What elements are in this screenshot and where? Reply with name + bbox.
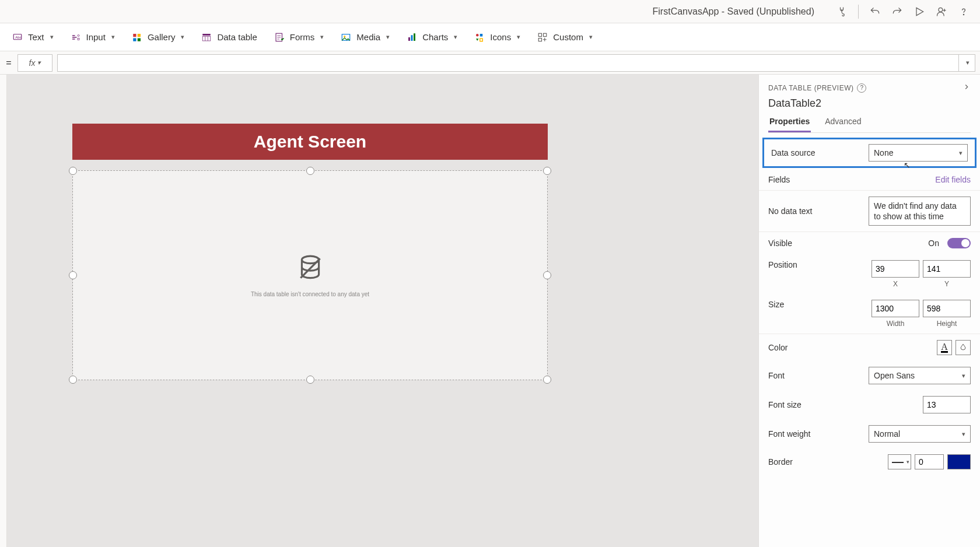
svg-point-0 [939, 8, 943, 12]
data-source-dropdown[interactable]: None▾ [869, 144, 968, 162]
svg-point-4 [78, 34, 79, 36]
data-source-row: Data source None▾ ↖ [762, 138, 977, 168]
y-sublabel: Y [944, 280, 949, 288]
resize-handle[interactable] [543, 167, 551, 175]
x-sublabel: X [893, 280, 898, 288]
control-type-label: DATA TABLE (PREVIEW) [768, 84, 853, 92]
health-check-icon[interactable] [832, 2, 851, 21]
no-data-text-row: No data text We didn't find any data to … [759, 191, 980, 232]
icons-icon [474, 31, 485, 43]
fill-color-picker[interactable] [956, 340, 971, 355]
gallery-icon [131, 31, 143, 43]
ribbon-forms[interactable]: Forms▾ [274, 31, 324, 43]
resize-handle[interactable] [306, 167, 314, 175]
redo-icon[interactable] [888, 2, 907, 21]
svg-point-20 [476, 34, 479, 37]
panel-expand-icon[interactable] [963, 83, 971, 93]
data-table-control[interactable]: This data table isn't connected to any d… [72, 170, 548, 380]
resize-handle[interactable] [543, 271, 551, 279]
ribbon-input[interactable]: Input▾ [70, 31, 115, 43]
edit-fields-link[interactable]: Edit fields [935, 175, 971, 184]
ribbon-data-table[interactable]: Data table [201, 31, 257, 43]
svg-rect-5 [78, 38, 79, 40]
formula-input[interactable] [57, 54, 959, 72]
ribbon-custom[interactable]: Custom▾ [537, 31, 593, 43]
font-value: Open Sans [874, 371, 915, 380]
tab-advanced[interactable]: Advanced [824, 117, 862, 132]
resize-handle[interactable] [543, 376, 551, 384]
font-size-row: Font size [759, 390, 980, 419]
font-dropdown[interactable]: Open Sans▾ [869, 367, 971, 384]
ribbon-media-label: Media [356, 32, 380, 42]
size-height-input[interactable] [923, 300, 971, 317]
ribbon-charts[interactable]: Charts▾ [406, 31, 457, 43]
svg-rect-21 [480, 34, 483, 37]
svg-point-1 [963, 14, 964, 15]
border-row: Border ▾ [759, 448, 980, 475]
visible-label: Visible [768, 239, 792, 248]
ribbon-text-label: Text [28, 32, 44, 42]
svg-rect-8 [133, 38, 136, 41]
screen-header-label: Agent Screen [72, 124, 548, 160]
border-style-dropdown[interactable]: ▾ [888, 454, 911, 469]
position-y-input[interactable] [923, 260, 971, 278]
font-row: Font Open Sans▾ [759, 361, 980, 390]
play-icon[interactable] [910, 2, 929, 21]
size-width-input[interactable] [872, 300, 919, 317]
cursor-pointer-icon: ↖ [904, 160, 911, 170]
insert-ribbon: Abc Text▾ Input▾ Gallery▾ Data table For… [0, 23, 980, 51]
resize-handle[interactable] [69, 167, 77, 175]
ribbon-custom-label: Custom [553, 32, 583, 42]
app-title: FirstCanvasApp - Saved (Unpublished) [653, 6, 814, 17]
empty-data-message: This data table isn't connected to any d… [251, 291, 369, 297]
svg-text:Abc: Abc [15, 35, 21, 38]
share-user-icon[interactable] [932, 2, 951, 21]
undo-icon[interactable] [866, 2, 884, 21]
svg-rect-7 [138, 34, 141, 37]
ribbon-gallery[interactable]: Gallery▾ [131, 31, 185, 43]
resize-handle[interactable] [69, 271, 77, 279]
font-size-label: Font size [768, 400, 802, 409]
border-width-input[interactable] [915, 454, 944, 469]
position-x-input[interactable] [872, 260, 919, 278]
canvas-area[interactable]: Agent Screen This data table isn't conne… [7, 75, 758, 547]
font-weight-row: Font weight Normal▾ [759, 419, 980, 448]
ribbon-media[interactable]: Media▾ [340, 31, 390, 43]
svg-rect-9 [138, 38, 141, 41]
fx-selector[interactable]: fx▾ [18, 54, 52, 72]
title-bar: FirstCanvasApp - Saved (Unpublished) [0, 0, 980, 23]
fx-label: fx [29, 58, 36, 68]
forms-icon [274, 31, 285, 43]
data-source-value: None [874, 148, 893, 157]
border-color-picker[interactable] [947, 454, 971, 469]
ribbon-text[interactable]: Abc Text▾ [12, 31, 54, 43]
no-data-text-input[interactable]: We didn't find any data to show at this … [869, 197, 971, 226]
app-preview: Agent Screen This data table isn't conne… [72, 124, 548, 380]
svg-rect-22 [538, 33, 541, 36]
svg-rect-10 [203, 34, 211, 36]
font-size-input[interactable] [923, 396, 971, 413]
left-rail [0, 75, 7, 547]
resize-handle[interactable] [69, 376, 77, 384]
svg-rect-11 [203, 36, 211, 41]
formula-expand[interactable]: ▾ [959, 54, 975, 72]
size-row: Size Width Height [759, 294, 980, 334]
help-icon[interactable] [954, 2, 973, 21]
no-data-label: No data text [768, 206, 813, 216]
text-icon: Abc [12, 31, 23, 43]
database-empty-icon [296, 254, 325, 285]
tab-properties[interactable]: Properties [768, 117, 811, 132]
font-weight-dropdown[interactable]: Normal▾ [869, 425, 971, 443]
ribbon-icons[interactable]: Icons▾ [474, 31, 520, 43]
position-row: Position X Y [759, 254, 980, 294]
visible-toggle[interactable] [947, 238, 971, 248]
data-source-label: Data source [771, 148, 815, 157]
resize-handle[interactable] [306, 376, 314, 384]
svg-rect-18 [411, 35, 413, 41]
width-sublabel: Width [887, 320, 905, 328]
custom-icon [537, 31, 548, 43]
font-color-picker[interactable]: A [937, 340, 952, 355]
help-circle-icon[interactable]: ? [857, 83, 866, 93]
ribbon-icons-label: Icons [490, 32, 511, 42]
formula-bar: = fx▾ ▾ [0, 51, 980, 75]
